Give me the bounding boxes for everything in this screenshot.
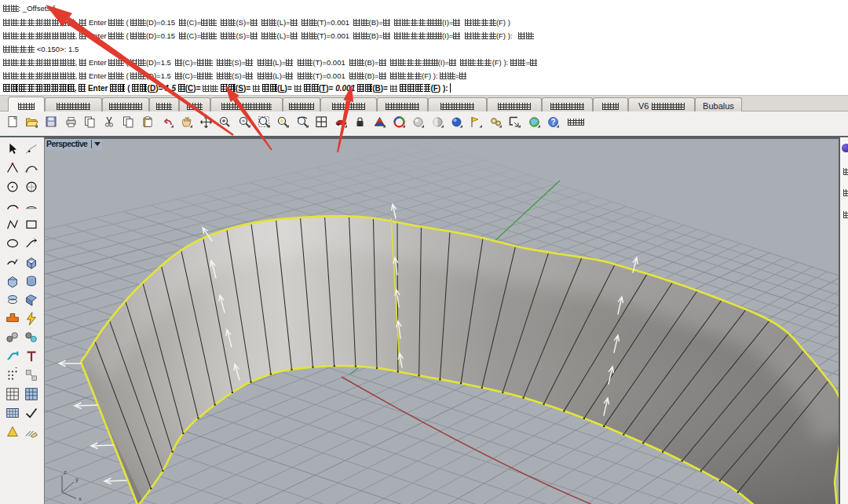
svg-text:x: x	[79, 495, 82, 502]
svg-text:y: y	[75, 476, 79, 483]
svg-text:?: ?	[551, 118, 556, 126]
svg-text:z: z	[64, 469, 67, 476]
